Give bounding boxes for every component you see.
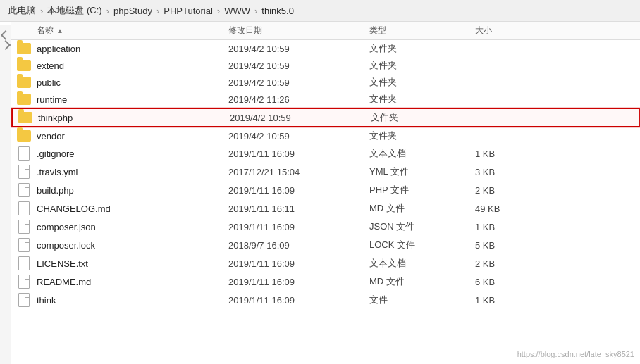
file-type-label: MD 文件 <box>364 202 469 215</box>
breadcrumb-computer[interactable]: 此电脑 <box>8 4 36 17</box>
file-name-label: extend <box>37 61 223 71</box>
file-date-label: 2018/9/7 16:09 <box>223 240 364 251</box>
file-date-label: 2017/12/21 15:04 <box>223 167 364 177</box>
file-date-label: 2019/1/11 16:09 <box>223 185 364 196</box>
breadcrumb-think50[interactable]: think5.0 <box>261 6 294 16</box>
table-row[interactable]: CHANGELOG.md2019/1/11 16:11MD 文件49 KB <box>11 199 640 218</box>
file-date-label: 2019/1/11 16:09 <box>223 295 364 306</box>
file-type-label: PHP 文件 <box>364 184 469 196</box>
file-date-label: 2019/1/11 16:09 <box>223 277 364 287</box>
file-name-label: think <box>37 295 223 306</box>
table-row[interactable]: application2019/4/2 10:59文件夹 <box>11 40 640 57</box>
folder-icon <box>11 94 37 105</box>
breadcrumb-www[interactable]: WWW <box>224 6 250 16</box>
file-size-label: 2 KB <box>469 185 540 196</box>
file-icon <box>11 183 37 197</box>
file-name-label: composer.lock <box>37 240 223 251</box>
table-row[interactable]: runtime2019/4/2 11:26文件夹 <box>11 91 640 108</box>
table-row[interactable]: vendor2019/4/2 10:59文件夹 <box>11 127 640 144</box>
file-size-label: 6 KB <box>469 277 540 287</box>
breadcrumb-sep-3: › <box>156 6 159 16</box>
file-icon <box>11 201 37 215</box>
file-name-label: runtime <box>37 94 223 105</box>
file-date-label: 2019/4/2 10:59 <box>223 131 364 142</box>
breadcrumb-phpstudy[interactable]: phpStudy <box>113 6 152 16</box>
folder-icon <box>11 130 37 142</box>
breadcrumb-sep-4: › <box>217 6 220 16</box>
breadcrumb-phptutorial[interactable]: PHPTutorial <box>164 6 213 16</box>
file-type-label: 文件夹 <box>364 59 469 72</box>
file-type-label: 文件夹 <box>364 130 469 142</box>
file-type-label: 文件 <box>364 294 469 306</box>
file-name-label: CHANGELOG.md <box>37 203 223 214</box>
col-header-type[interactable]: 类型 <box>364 25 469 37</box>
file-type-label: 文件夹 <box>364 93 469 106</box>
file-icon <box>11 293 37 307</box>
file-size-label: 3 KB <box>469 167 540 177</box>
file-size-label: 2 KB <box>469 258 540 269</box>
file-type-label: 文本文档 <box>364 147 469 160</box>
table-row[interactable]: LICENSE.txt2019/1/11 16:09文本文档2 KB <box>11 254 640 272</box>
file-date-label: 2019/1/11 16:09 <box>223 222 364 232</box>
file-name-label: vendor <box>37 131 223 142</box>
file-type-label: JSON 文件 <box>364 220 469 233</box>
file-icon <box>11 146 37 161</box>
watermark: https://blog.csdn.net/late_sky8521 <box>517 350 634 358</box>
explorer-panel: 名称 ▲ 修改日期 类型 大小 application2019/4/2 10:5… <box>11 22 640 361</box>
table-row[interactable]: composer.lock2018/9/7 16:09LOCK 文件5 KB <box>11 236 640 254</box>
left-nav-strip <box>0 25 11 364</box>
file-type-label: YML 文件 <box>364 165 469 178</box>
file-type-label: 文本文档 <box>364 257 469 270</box>
file-list: application2019/4/2 10:59文件夹extend2019/4… <box>11 40 640 361</box>
file-date-label: 2019/4/2 10:59 <box>223 77 364 88</box>
table-row[interactable]: README.md2019/1/11 16:09MD 文件6 KB <box>11 272 640 291</box>
breadcrumb: 此电脑 › 本地磁盘 (C:) › phpStudy › PHPTutorial… <box>0 0 640 22</box>
file-size-label: 5 KB <box>469 240 540 251</box>
nav-arrow-up[interactable] <box>0 30 10 40</box>
file-date-label: 2019/4/2 10:59 <box>223 44 364 54</box>
file-size-label: 1 KB <box>469 149 540 159</box>
file-type-label: 文件夹 <box>364 76 469 89</box>
file-icon <box>11 165 37 179</box>
folder-icon <box>11 43 37 54</box>
breadcrumb-c-drive[interactable]: 本地磁盘 (C:) <box>47 4 101 17</box>
table-row[interactable]: public2019/4/2 10:59文件夹 <box>11 74 640 91</box>
nav-arrow-down[interactable] <box>0 40 10 50</box>
table-row[interactable]: extend2019/4/2 10:59文件夹 <box>11 57 640 74</box>
file-name-label: public <box>37 77 223 88</box>
file-size-label: 1 KB <box>469 222 540 232</box>
file-date-label: 2019/4/2 10:59 <box>223 61 364 71</box>
col-header-date[interactable]: 修改日期 <box>223 25 364 37</box>
breadcrumb-sep-1: › <box>40 6 43 16</box>
file-date-label: 2019/1/11 16:11 <box>223 203 364 214</box>
table-row[interactable]: think2019/1/11 16:09文件1 KB <box>11 291 640 309</box>
file-name-label: composer.json <box>37 222 223 232</box>
table-row[interactable]: composer.json2019/1/11 16:09JSON 文件1 KB <box>11 218 640 236</box>
file-name-label: .travis.yml <box>37 167 223 177</box>
file-name-label: LICENSE.txt <box>37 258 223 269</box>
breadcrumb-sep-2: › <box>106 6 109 16</box>
file-icon <box>11 220 37 234</box>
file-explorer-main: 名称 ▲ 修改日期 类型 大小 application2019/4/2 10:5… <box>11 22 640 361</box>
file-type-label: MD 文件 <box>364 275 469 288</box>
file-type-label: 文件夹 <box>364 42 469 55</box>
file-name-label: .gitignore <box>37 149 223 159</box>
table-row[interactable]: .gitignore2019/1/11 16:09文本文档1 KB <box>11 144 640 163</box>
table-row[interactable]: thinkphp2019/4/2 10:59文件夹 <box>11 108 640 127</box>
col-header-size[interactable]: 大小 <box>469 25 540 37</box>
file-date-label: 2019/4/2 10:59 <box>224 113 365 123</box>
file-icon <box>11 256 37 270</box>
file-name-label: README.md <box>37 277 223 287</box>
sort-arrow-icon: ▲ <box>56 27 63 34</box>
file-type-label: 文件夹 <box>365 111 471 124</box>
file-name-label: build.php <box>37 185 223 196</box>
column-headers: 名称 ▲ 修改日期 类型 大小 <box>11 22 640 40</box>
file-icon <box>11 238 37 252</box>
folder-icon <box>11 77 37 88</box>
file-size-label: 1 KB <box>469 295 540 306</box>
file-name-label: thinkphp <box>38 113 224 123</box>
col-header-name[interactable]: 名称 ▲ <box>11 25 223 37</box>
table-row[interactable]: build.php2019/1/11 16:09PHP 文件2 KB <box>11 181 640 199</box>
table-row[interactable]: .travis.yml2017/12/21 15:04YML 文件3 KB <box>11 163 640 181</box>
file-name-label: application <box>37 44 223 54</box>
